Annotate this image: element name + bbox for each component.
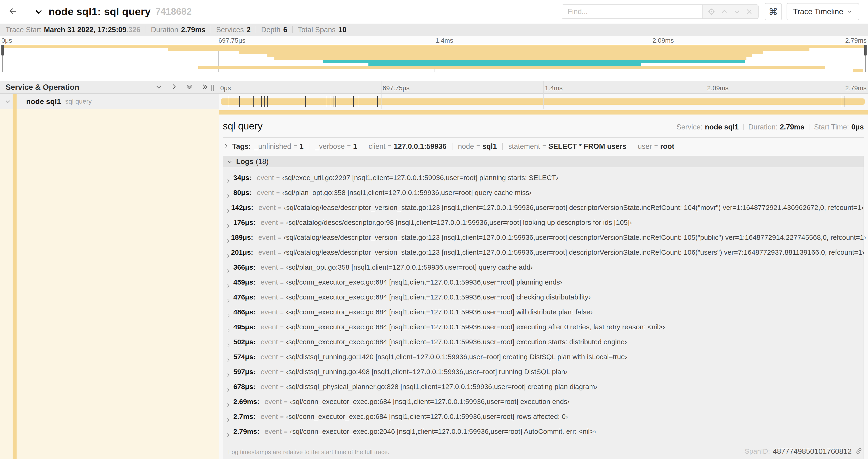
trace-minimap[interactable]: [2, 45, 866, 72]
span-collapse-chevron-icon[interactable]: [5, 98, 11, 105]
log-event-key: event: [265, 398, 282, 405]
log-entry-row[interactable]: 574μs:event=‹sql/distsql_running.go:1420…: [225, 353, 864, 368]
time-tick-label: 0μs: [220, 85, 231, 92]
log-event-message: ‹sql/catalog/descs/descriptor.go:98 [nsq…: [286, 219, 632, 226]
log-marker-tick[interactable]: [377, 96, 378, 107]
span-detail-panel: sql query Service:node sql1Duration:2.79…: [219, 109, 868, 459]
expand-one-icon[interactable]: [170, 83, 178, 91]
chevron-right-icon: [225, 178, 233, 184]
next-match-icon[interactable]: [733, 8, 741, 15]
log-entry-row[interactable]: 201μs:event=‹sql/catalog/lease/descripto…: [225, 249, 864, 263]
tag-value: root: [660, 142, 674, 151]
log-entry-row[interactable]: 34μs:event=‹sql/exec_util.go:2297 [nsql1…: [225, 174, 864, 189]
logs-header[interactable]: Logs (18): [223, 156, 864, 167]
info-separator: [211, 26, 211, 33]
log-entry-row[interactable]: 176μs:event=‹sql/catalog/descs/descripto…: [225, 219, 864, 233]
trace-info-label: Services: [216, 26, 244, 34]
log-entry-row[interactable]: 459μs:event=‹sql/conn_executor_exec.go:6…: [225, 278, 864, 293]
back-button[interactable]: [0, 0, 26, 23]
log-marker-tick[interactable]: [261, 96, 262, 107]
log-event-message: ‹sql/distsql_physical_planner.go:828 [ns…: [286, 383, 597, 391]
clear-find-icon[interactable]: [746, 8, 753, 15]
chevron-right-icon: [225, 342, 233, 348]
prev-match-icon[interactable]: [720, 8, 728, 15]
viewing-range-scrubber[interactable]: [1, 45, 4, 56]
log-entry-row[interactable]: 2.79ms:event=‹sql/conn_executor_exec.go:…: [225, 428, 864, 442]
span-duration-bar[interactable]: [221, 98, 865, 105]
tags-row[interactable]: Tags: _unfinished=1_verbose=1client=127.…: [219, 138, 868, 151]
log-entry-row[interactable]: 189μs:event=‹sql/catalog/lease/descripto…: [225, 233, 864, 249]
service-color-stripe: [12, 109, 17, 459]
log-event-message: ‹sql/catalog/lease/descriptor_version_st…: [284, 249, 865, 256]
tags-label: Tags:: [232, 142, 251, 151]
log-entry-row[interactable]: 495μs:event=‹sql/conn_executor_exec.go:6…: [225, 323, 864, 338]
log-marker-tick[interactable]: [267, 96, 268, 107]
column-resizer-grip[interactable]: [211, 84, 216, 92]
link-icon[interactable]: [855, 447, 863, 456]
log-marker-tick[interactable]: [331, 96, 331, 107]
chevron-right-icon: [225, 328, 233, 333]
trace-info-value: 2: [247, 26, 251, 34]
trace-timeline-dropdown[interactable]: Trace Timeline: [786, 3, 859, 20]
find-input[interactable]: [562, 5, 702, 19]
log-entry-row[interactable]: 366μs:event=‹sql/plan_opt.go:358 [nsql1,…: [225, 263, 864, 278]
tag-item: _verbose=1: [315, 142, 357, 151]
logs-block: Logs (18) 34μs:event=‹sql/exec_util.go:2…: [223, 156, 864, 459]
log-marker-tick[interactable]: [335, 96, 336, 107]
log-event-message: ‹sql/conn_executor_exec.go:684 [nsql1,cl…: [286, 278, 562, 286]
span-row-timeline[interactable]: [219, 94, 868, 109]
equals-sign: =: [280, 368, 283, 376]
span-detail-title: sql query: [223, 121, 262, 132]
chevron-right-icon: [225, 283, 233, 289]
minimap-span-bar: [2, 45, 866, 48]
find-box: [562, 4, 758, 19]
log-marker-tick[interactable]: [305, 96, 306, 107]
chevron-down-icon: [227, 159, 233, 165]
log-entry-row[interactable]: 476μs:event=‹sql/conn_executor_exec.go:6…: [225, 293, 864, 308]
keyboard-shortcuts-button[interactable]: ⌘: [765, 3, 782, 20]
tag-value: 127.0.0.1:59936: [394, 142, 446, 151]
match-target-icon[interactable]: [708, 8, 715, 15]
chevron-right-icon: [225, 358, 233, 363]
log-marker-tick[interactable]: [353, 96, 354, 107]
time-tick-label: 697.75μs: [218, 37, 245, 44]
tag-item: client=127.0.0.1:59936: [369, 142, 446, 151]
log-marker-tick[interactable]: [229, 96, 229, 107]
tag-key: user: [638, 142, 652, 151]
chevron-right-icon: [225, 417, 233, 423]
log-marker-tick[interactable]: [327, 96, 327, 107]
expand-all-icon[interactable]: [201, 83, 209, 91]
log-entry-row[interactable]: 2.7ms:event=‹sql/conn_executor_exec.go:6…: [225, 413, 864, 428]
logs-title: Logs: [236, 157, 253, 166]
log-entry-row[interactable]: 678μs:event=‹sql/distsql_physical_planne…: [225, 383, 864, 398]
viewing-range-scrubber[interactable]: [864, 45, 867, 56]
log-marker-tick[interactable]: [359, 96, 359, 107]
log-event-message: ‹sql/plan_opt.go:358 [nsql1,client=127.0…: [282, 189, 531, 197]
log-marker-tick[interactable]: [239, 96, 240, 107]
log-event-message: ‹sql/distsql_running.go:498 [nsql1,clien…: [286, 368, 567, 376]
chevron-right-icon: [225, 432, 233, 438]
log-marker-tick[interactable]: [337, 96, 337, 107]
log-entry-row[interactable]: 486μs:event=‹sql/conn_executor_exec.go:6…: [225, 308, 864, 323]
log-marker-tick[interactable]: [265, 96, 265, 107]
log-entry-row[interactable]: 142μs:event=‹sql/catalog/lease/descripto…: [225, 204, 864, 219]
collapse-trace-chevron-icon[interactable]: [34, 7, 43, 16]
span-row-name-column[interactable]: node sql1 sql query: [0, 94, 219, 109]
log-entry-row[interactable]: 80μs:event=‹sql/plan_opt.go:358 [nsql1,c…: [225, 189, 864, 204]
log-marker-tick[interactable]: [842, 96, 842, 107]
log-event-key: event: [260, 323, 278, 331]
trace-info-item: Duration2.79ms: [151, 26, 206, 34]
trace-info-item: Depth6: [261, 26, 287, 34]
trace-info-value: 2.79ms: [181, 26, 206, 34]
minimap-span-bar: [368, 63, 641, 66]
log-entry-row[interactable]: 597μs:event=‹sql/distsql_running.go:498 …: [225, 368, 864, 383]
log-entry-row[interactable]: 2.69ms:event=‹sql/conn_executor_exec.go:…: [225, 398, 864, 413]
log-marker-tick[interactable]: [844, 96, 844, 107]
tag-value: 1: [300, 142, 304, 151]
log-marker-tick[interactable]: [333, 96, 334, 107]
log-marker-tick[interactable]: [253, 96, 254, 107]
collapse-one-icon[interactable]: [155, 83, 162, 91]
log-event-message: ‹sql/conn_executor_exec.go:684 [nsql1,cl…: [286, 308, 593, 316]
log-entry-row[interactable]: 502μs:event=‹sql/conn_executor_exec.go:6…: [225, 338, 864, 353]
collapse-all-icon[interactable]: [186, 83, 193, 91]
